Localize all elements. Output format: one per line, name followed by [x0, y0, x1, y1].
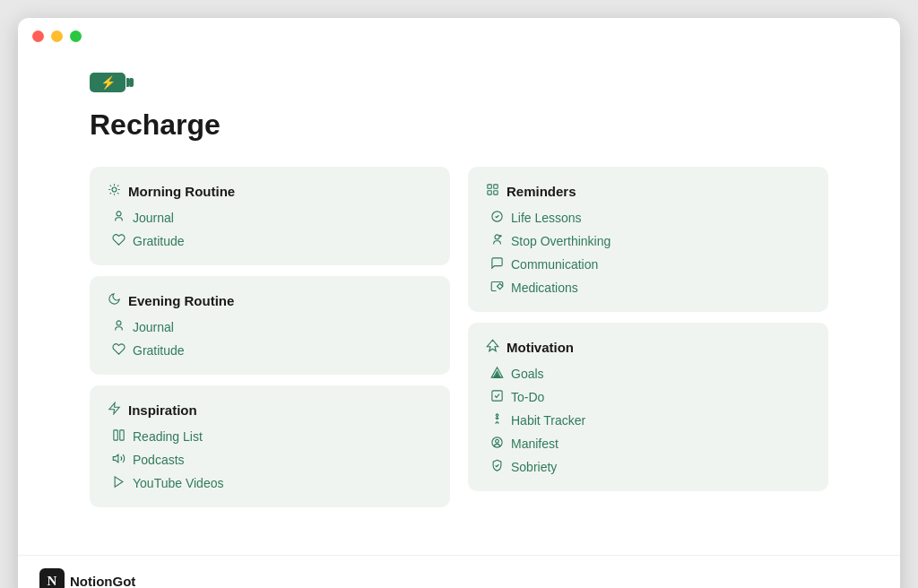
- todo-item[interactable]: To-Do: [489, 389, 810, 405]
- life-lessons-label: Life Lessons: [511, 211, 582, 225]
- morning-routine-title: Morning Routine: [128, 184, 235, 199]
- svg-point-10: [117, 321, 121, 325]
- reading-list-item[interactable]: Reading List: [111, 428, 432, 445]
- motivation-title: Motivation: [507, 340, 574, 355]
- svg-point-21: [495, 235, 499, 239]
- todo-label: To-Do: [511, 390, 544, 404]
- check-circle-icon: [489, 210, 504, 226]
- medications-label: Medications: [511, 281, 578, 295]
- medications-item[interactable]: Medications: [489, 280, 810, 296]
- svg-rect-27: [491, 391, 501, 401]
- brand-name: NotionGot: [70, 574, 135, 589]
- morning-routine-items: Journal Gratitude: [108, 210, 432, 249]
- left-column: Morning Routine Journal: [90, 167, 450, 507]
- person-icon-2: [111, 319, 126, 335]
- sun-icon: [108, 183, 121, 199]
- svg-rect-19: [494, 191, 498, 195]
- svg-point-22: [499, 235, 502, 238]
- life-lessons-item[interactable]: Life Lessons: [489, 210, 810, 226]
- evening-routine-header: Evening Routine: [108, 292, 432, 308]
- morning-gratitude-item[interactable]: Gratitude: [111, 233, 432, 249]
- motivation-card: Motivation Goals: [468, 323, 828, 491]
- evening-routine-title: Evening Routine: [128, 293, 234, 308]
- stop-overthinking-label: Stop Overthinking: [511, 234, 611, 248]
- app-window: ⚡ Recharge: [18, 18, 900, 588]
- page-title: Recharge: [90, 108, 828, 142]
- youtube-item[interactable]: YouTube Videos: [111, 475, 432, 491]
- svg-point-9: [117, 212, 121, 216]
- tree-icon: [486, 339, 499, 355]
- youtube-label: YouTube Videos: [133, 476, 223, 490]
- sobriety-item[interactable]: Sobriety: [489, 459, 810, 475]
- habit-tracker-item[interactable]: Habit Tracker: [489, 412, 810, 428]
- chat-icon: [489, 256, 504, 272]
- evening-routine-card: Evening Routine Journal: [90, 276, 450, 375]
- svg-point-29: [491, 437, 501, 447]
- svg-rect-13: [119, 430, 123, 440]
- evening-routine-items: Journal Gratitude: [108, 319, 432, 359]
- reminders-header: Reminders: [486, 183, 810, 199]
- morning-routine-card: Morning Routine Journal: [90, 167, 450, 265]
- person-icon: [111, 210, 126, 226]
- right-column: Reminders Life Lessons: [468, 167, 828, 491]
- titlebar: [18, 18, 900, 55]
- evening-gratitude-label: Gratitude: [133, 343, 185, 358]
- reminders-title: Reminders: [507, 184, 576, 199]
- logo-letter: N: [39, 568, 65, 588]
- battery-body: ⚡: [90, 73, 126, 92]
- svg-line-4: [117, 193, 118, 194]
- user-circle-icon: [489, 436, 504, 452]
- communication-label: Communication: [511, 257, 598, 272]
- person-think-icon: [489, 233, 504, 249]
- footer: N NotionGot: [18, 555, 900, 588]
- svg-point-0: [112, 187, 117, 192]
- svg-rect-12: [113, 430, 117, 440]
- svg-marker-23: [487, 340, 498, 351]
- svg-rect-18: [488, 191, 491, 195]
- manifest-item[interactable]: Manifest: [489, 436, 810, 452]
- evening-journal-label: Journal: [133, 320, 174, 334]
- svg-point-28: [496, 414, 498, 417]
- motivation-items: Goals To-Do: [486, 366, 810, 475]
- heart-icon-2: [111, 342, 126, 359]
- play-icon: [111, 475, 126, 491]
- battery-icon: ⚡: [90, 73, 134, 92]
- book-icon: [111, 428, 126, 445]
- podcasts-item[interactable]: Podcasts: [111, 452, 432, 468]
- svg-marker-15: [115, 477, 123, 487]
- close-button[interactable]: [32, 30, 44, 42]
- morning-journal-item[interactable]: Journal: [111, 210, 432, 226]
- bolt-icon: ⚡: [100, 76, 116, 89]
- svg-rect-16: [488, 185, 491, 188]
- svg-rect-17: [494, 185, 498, 188]
- battery-tip: [130, 78, 134, 87]
- reading-list-label: Reading List: [133, 429, 203, 444]
- sobriety-label: Sobriety: [511, 460, 557, 474]
- bolt-card-icon: [108, 402, 121, 418]
- maximize-button[interactable]: [70, 30, 82, 42]
- checkbox-icon: [489, 389, 504, 405]
- morning-journal-label: Journal: [133, 211, 174, 225]
- stop-overthinking-item[interactable]: Stop Overthinking: [489, 233, 810, 249]
- morning-routine-header: Morning Routine: [108, 183, 432, 199]
- minimize-button[interactable]: [51, 30, 63, 42]
- speaker-icon: [111, 452, 126, 468]
- main-content: ⚡ Recharge: [18, 55, 900, 588]
- communication-item[interactable]: Communication: [489, 256, 810, 272]
- reminders-items: Life Lessons Stop Overthinking: [486, 210, 810, 296]
- evening-gratitude-item[interactable]: Gratitude: [111, 342, 432, 359]
- pill-icon: [489, 280, 504, 296]
- goals-item[interactable]: Goals: [489, 366, 810, 382]
- shield-check-icon: [489, 459, 504, 475]
- svg-marker-11: [109, 402, 119, 414]
- svg-point-30: [495, 439, 498, 443]
- svg-line-8: [117, 186, 118, 186]
- svg-marker-14: [113, 454, 118, 463]
- svg-line-3: [110, 186, 111, 186]
- habit-tracker-label: Habit Tracker: [511, 413, 585, 428]
- evening-journal-item[interactable]: Journal: [111, 319, 432, 335]
- moon-icon: [108, 292, 121, 308]
- brand-logo: N NotionGot: [39, 568, 135, 588]
- svg-line-7: [110, 193, 111, 194]
- cards-grid: Morning Routine Journal: [90, 167, 828, 507]
